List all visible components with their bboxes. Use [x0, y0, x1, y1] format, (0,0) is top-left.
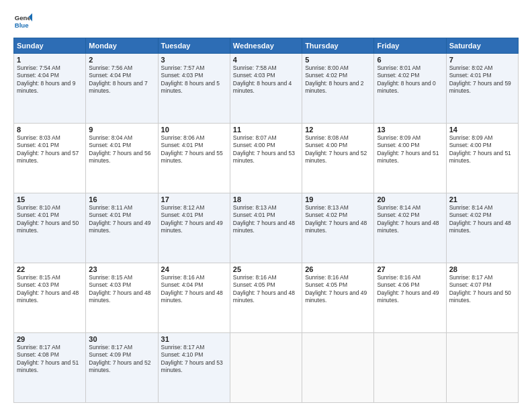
calendar-cell: 21 Sunrise: 8:14 AMSunset: 4:02 PMDaylig… [446, 193, 518, 263]
calendar-cell: 6 Sunrise: 8:01 AMSunset: 4:02 PMDayligh… [374, 54, 446, 124]
day-number: 7 [449, 56, 515, 64]
day-info: Sunrise: 7:57 AMSunset: 4:03 PMDaylight:… [161, 64, 220, 94]
day-info: Sunrise: 7:58 AMSunset: 4:03 PMDaylight:… [233, 64, 292, 94]
calendar-cell: 27 Sunrise: 8:16 AMSunset: 4:06 PMDaylig… [374, 263, 446, 333]
calendar-cell: 8 Sunrise: 8:03 AMSunset: 4:01 PMDayligh… [14, 124, 86, 193]
calendar-cell [302, 333, 374, 403]
calendar-cell [446, 333, 518, 403]
calendar-cell: 25 Sunrise: 8:16 AMSunset: 4:05 PMDaylig… [230, 263, 302, 333]
day-info: Sunrise: 7:56 AMSunset: 4:04 PMDaylight:… [89, 64, 147, 94]
day-info: Sunrise: 8:17 AMSunset: 4:09 PMDaylight:… [89, 344, 150, 373]
day-info: Sunrise: 8:08 AMSunset: 4:00 PMDaylight:… [305, 134, 367, 164]
day-info: Sunrise: 8:11 AMSunset: 4:01 PMDaylight:… [89, 204, 150, 234]
col-header-thursday: Thursday [302, 38, 374, 54]
calendar-cell: 9 Sunrise: 8:04 AMSunset: 4:01 PMDayligh… [86, 124, 158, 193]
col-header-monday: Monday [86, 38, 158, 54]
day-number: 16 [89, 195, 154, 203]
day-number: 2 [89, 56, 154, 64]
day-info: Sunrise: 8:13 AMSunset: 4:01 PMDaylight:… [233, 204, 295, 234]
day-number: 5 [305, 56, 371, 64]
logo-icon: General Blue [13, 12, 32, 31]
day-info: Sunrise: 8:07 AMSunset: 4:00 PMDaylight:… [233, 134, 295, 164]
day-number: 25 [233, 265, 299, 273]
calendar-cell: 3 Sunrise: 7:57 AMSunset: 4:03 PMDayligh… [158, 54, 230, 124]
calendar-cell: 13 Sunrise: 8:09 AMSunset: 4:00 PMDaylig… [374, 124, 446, 193]
day-number: 11 [233, 126, 299, 134]
day-info: Sunrise: 8:13 AMSunset: 4:02 PMDaylight:… [305, 204, 367, 234]
col-header-friday: Friday [374, 38, 446, 54]
calendar-cell: 22 Sunrise: 8:15 AMSunset: 4:03 PMDaylig… [14, 263, 86, 333]
calendar-cell: 28 Sunrise: 8:17 AMSunset: 4:07 PMDaylig… [446, 263, 518, 333]
calendar-cell: 20 Sunrise: 8:14 AMSunset: 4:02 PMDaylig… [374, 193, 446, 263]
day-number: 21 [449, 195, 515, 203]
day-info: Sunrise: 8:15 AMSunset: 4:03 PMDaylight:… [89, 274, 150, 304]
day-number: 26 [305, 265, 371, 273]
day-number: 10 [161, 126, 227, 134]
day-info: Sunrise: 8:02 AMSunset: 4:01 PMDaylight:… [449, 64, 511, 94]
header: General Blue [13, 12, 519, 31]
day-number: 8 [17, 126, 83, 134]
calendar-cell: 12 Sunrise: 8:08 AMSunset: 4:00 PMDaylig… [302, 124, 374, 193]
day-number: 19 [305, 195, 371, 203]
calendar-cell [230, 333, 302, 403]
calendar-table: SundayMondayTuesdayWednesdayThursdayFrid… [13, 38, 519, 403]
day-info: Sunrise: 8:09 AMSunset: 4:00 PMDaylight:… [377, 134, 439, 164]
day-info: Sunrise: 8:00 AMSunset: 4:02 PMDaylight:… [305, 64, 363, 94]
day-info: Sunrise: 8:04 AMSunset: 4:01 PMDaylight:… [89, 134, 150, 164]
day-info: Sunrise: 8:10 AMSunset: 4:01 PMDaylight:… [17, 204, 79, 234]
day-number: 23 [89, 265, 154, 273]
day-number: 27 [377, 265, 443, 273]
calendar-cell: 31 Sunrise: 8:17 AMSunset: 4:10 PMDaylig… [158, 333, 230, 403]
day-number: 15 [17, 195, 83, 203]
day-info: Sunrise: 8:15 AMSunset: 4:03 PMDaylight:… [17, 274, 79, 304]
day-number: 3 [161, 56, 227, 64]
calendar-cell: 24 Sunrise: 8:16 AMSunset: 4:04 PMDaylig… [158, 263, 230, 333]
col-header-tuesday: Tuesday [158, 38, 230, 54]
day-info: Sunrise: 8:09 AMSunset: 4:00 PMDaylight:… [449, 134, 511, 164]
calendar-cell: 15 Sunrise: 8:10 AMSunset: 4:01 PMDaylig… [14, 193, 86, 263]
day-number: 31 [161, 335, 227, 343]
calendar-cell: 26 Sunrise: 8:16 AMSunset: 4:05 PMDaylig… [302, 263, 374, 333]
day-info: Sunrise: 8:12 AMSunset: 4:01 PMDaylight:… [161, 204, 223, 234]
calendar-cell: 1 Sunrise: 7:54 AMSunset: 4:04 PMDayligh… [14, 54, 86, 124]
day-info: Sunrise: 8:06 AMSunset: 4:01 PMDaylight:… [161, 134, 223, 164]
day-number: 20 [377, 195, 443, 203]
col-header-sunday: Sunday [14, 38, 86, 54]
calendar-cell: 19 Sunrise: 8:13 AMSunset: 4:02 PMDaylig… [302, 193, 374, 263]
day-info: Sunrise: 8:14 AMSunset: 4:02 PMDaylight:… [449, 204, 511, 234]
svg-text:Blue: Blue [15, 21, 29, 29]
calendar-cell: 16 Sunrise: 8:11 AMSunset: 4:01 PMDaylig… [86, 193, 158, 263]
day-number: 12 [305, 126, 371, 134]
calendar-cell: 10 Sunrise: 8:06 AMSunset: 4:01 PMDaylig… [158, 124, 230, 193]
calendar-cell: 23 Sunrise: 8:15 AMSunset: 4:03 PMDaylig… [86, 263, 158, 333]
calendar-cell: 14 Sunrise: 8:09 AMSunset: 4:00 PMDaylig… [446, 124, 518, 193]
day-info: Sunrise: 8:16 AMSunset: 4:04 PMDaylight:… [161, 274, 223, 304]
calendar-cell: 4 Sunrise: 7:58 AMSunset: 4:03 PMDayligh… [230, 54, 302, 124]
day-info: Sunrise: 8:01 AMSunset: 4:02 PMDaylight:… [377, 64, 435, 94]
day-number: 22 [17, 265, 83, 273]
day-info: Sunrise: 8:16 AMSunset: 4:05 PMDaylight:… [305, 274, 367, 304]
day-number: 4 [233, 56, 299, 64]
day-number: 14 [449, 126, 515, 134]
day-info: Sunrise: 8:03 AMSunset: 4:01 PMDaylight:… [17, 134, 79, 164]
calendar-cell: 30 Sunrise: 8:17 AMSunset: 4:09 PMDaylig… [86, 333, 158, 403]
day-info: Sunrise: 8:16 AMSunset: 4:06 PMDaylight:… [377, 274, 439, 304]
day-info: Sunrise: 8:17 AMSunset: 4:10 PMDaylight:… [161, 344, 223, 373]
calendar-cell: 11 Sunrise: 8:07 AMSunset: 4:00 PMDaylig… [230, 124, 302, 193]
day-info: Sunrise: 8:14 AMSunset: 4:02 PMDaylight:… [377, 204, 439, 234]
calendar-cell [374, 333, 446, 403]
day-number: 13 [377, 126, 443, 134]
calendar-cell: 5 Sunrise: 8:00 AMSunset: 4:02 PMDayligh… [302, 54, 374, 124]
page: General Blue SundayMondayTuesdayWednesda… [0, 0, 532, 411]
calendar-cell: 7 Sunrise: 8:02 AMSunset: 4:01 PMDayligh… [446, 54, 518, 124]
day-number: 6 [377, 56, 443, 64]
day-number: 30 [89, 335, 154, 343]
day-info: Sunrise: 7:54 AMSunset: 4:04 PMDaylight:… [17, 64, 75, 94]
calendar-cell: 17 Sunrise: 8:12 AMSunset: 4:01 PMDaylig… [158, 193, 230, 263]
col-header-saturday: Saturday [446, 38, 518, 54]
day-number: 28 [449, 265, 515, 273]
day-info: Sunrise: 8:17 AMSunset: 4:07 PMDaylight:… [449, 274, 511, 304]
day-number: 29 [17, 335, 83, 343]
day-number: 18 [233, 195, 299, 203]
col-header-wednesday: Wednesday [230, 38, 302, 54]
